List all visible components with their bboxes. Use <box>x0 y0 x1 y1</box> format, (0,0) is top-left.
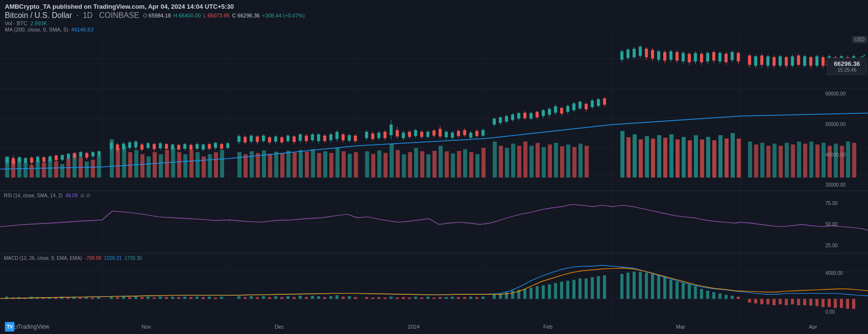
y-axis-macd: 4000.00 0.00 <box>823 254 868 319</box>
chart-area: USD <box>0 33 868 319</box>
svg-rect-33 <box>147 157 151 178</box>
x-axis-labels: Oct Nov Dec 2024 Feb Mar Apr <box>0 324 827 330</box>
svg-rect-169 <box>91 152 94 157</box>
svg-rect-313 <box>554 106 557 112</box>
svg-rect-259 <box>383 132 386 138</box>
svg-rect-133 <box>815 144 819 177</box>
svg-rect-102 <box>620 131 624 177</box>
svg-rect-345 <box>663 52 666 60</box>
svg-rect-58 <box>311 149 315 178</box>
svg-rect-534 <box>712 292 715 299</box>
svg-rect-537 <box>731 296 733 299</box>
svg-rect-149 <box>30 158 33 162</box>
svg-rect-471 <box>305 297 308 299</box>
svg-rect-541 <box>760 299 763 304</box>
price-chart-svg <box>0 33 868 191</box>
chart-container: AMBCrypto_TA published on TradingView.co… <box>0 0 868 334</box>
svg-rect-287 <box>469 133 472 138</box>
svg-rect-469 <box>292 297 295 299</box>
svg-rect-275 <box>432 130 435 135</box>
svg-rect-130 <box>797 142 801 177</box>
svg-rect-542 <box>766 299 769 304</box>
svg-rect-531 <box>694 286 697 299</box>
svg-rect-177 <box>122 143 125 149</box>
svg-rect-450 <box>165 297 168 299</box>
svg-rect-116 <box>706 137 710 177</box>
svg-rect-163 <box>73 153 76 158</box>
tradingview-logo: TV TradingView <box>5 322 49 332</box>
svg-rect-64 <box>348 154 351 177</box>
svg-rect-299 <box>511 114 514 120</box>
svg-rect-333 <box>626 49 629 58</box>
svg-rect-126 <box>773 143 777 177</box>
svg-rect-493 <box>445 297 448 299</box>
svg-rect-547 <box>797 299 800 305</box>
svg-rect-529 <box>682 283 685 299</box>
svg-rect-54 <box>287 151 290 177</box>
svg-rect-241 <box>323 136 326 141</box>
svg-rect-245 <box>335 132 338 139</box>
svg-rect-339 <box>645 48 648 57</box>
svg-rect-36 <box>165 150 169 177</box>
svg-rect-263 <box>396 130 398 136</box>
svg-rect-197 <box>183 144 186 149</box>
svg-rect-518 <box>603 275 606 299</box>
svg-rect-445 <box>134 296 137 299</box>
svg-rect-129 <box>791 144 795 177</box>
svg-rect-447 <box>147 297 150 299</box>
svg-rect-281 <box>451 133 454 138</box>
svg-rect-237 <box>311 134 314 140</box>
svg-rect-273 <box>426 132 429 137</box>
svg-rect-65 <box>354 152 358 177</box>
svg-rect-291 <box>482 130 485 135</box>
svg-rect-480 <box>365 297 368 299</box>
svg-rect-497 <box>469 297 472 299</box>
svg-rect-295 <box>499 117 502 123</box>
svg-rect-104 <box>633 134 637 177</box>
svg-rect-279 <box>445 132 448 137</box>
svg-rect-323 <box>585 104 588 109</box>
svg-rect-32 <box>140 154 144 177</box>
svg-rect-223 <box>268 137 271 142</box>
svg-rect-357 <box>700 54 703 62</box>
svg-rect-532 <box>700 289 703 299</box>
svg-rect-106 <box>645 136 649 178</box>
svg-rect-243 <box>329 134 332 140</box>
svg-rect-525 <box>657 275 660 299</box>
svg-rect-479 <box>354 297 357 299</box>
svg-rect-117 <box>712 140 716 177</box>
svg-rect-435 <box>66 298 69 299</box>
svg-rect-209 <box>220 144 223 149</box>
publisher-info: AMBCrypto_TA published on TradingView.co… <box>5 3 234 10</box>
svg-rect-337 <box>639 47 641 56</box>
svg-rect-434 <box>60 297 63 299</box>
svg-rect-17 <box>42 163 46 178</box>
svg-rect-113 <box>688 140 692 177</box>
svg-rect-521 <box>633 272 636 299</box>
svg-rect-517 <box>597 276 600 299</box>
svg-rect-511 <box>560 282 563 299</box>
svg-rect-115 <box>700 140 704 178</box>
svg-rect-88 <box>505 148 509 177</box>
svg-rect-545 <box>785 299 788 305</box>
svg-rect-187 <box>152 144 155 149</box>
svg-rect-81 <box>457 151 461 177</box>
svg-rect-458 <box>214 298 217 299</box>
header-line1: AMBCrypto_TA published on TradingView.co… <box>5 3 863 10</box>
svg-rect-90 <box>517 146 521 178</box>
svg-rect-211 <box>226 143 229 148</box>
svg-rect-38 <box>177 152 181 177</box>
svg-rect-456 <box>202 297 205 299</box>
svg-rect-40 <box>189 150 193 177</box>
svg-rect-520 <box>626 273 629 299</box>
svg-rect-56 <box>299 150 303 177</box>
svg-rect-86 <box>493 142 497 177</box>
svg-rect-41 <box>196 152 199 177</box>
svg-rect-309 <box>542 110 545 116</box>
svg-rect-72 <box>402 154 406 177</box>
svg-rect-227 <box>280 137 283 142</box>
svg-rect-467 <box>280 297 283 299</box>
svg-rect-331 <box>620 51 623 60</box>
svg-rect-365 <box>725 54 728 62</box>
svg-rect-74 <box>414 148 418 177</box>
